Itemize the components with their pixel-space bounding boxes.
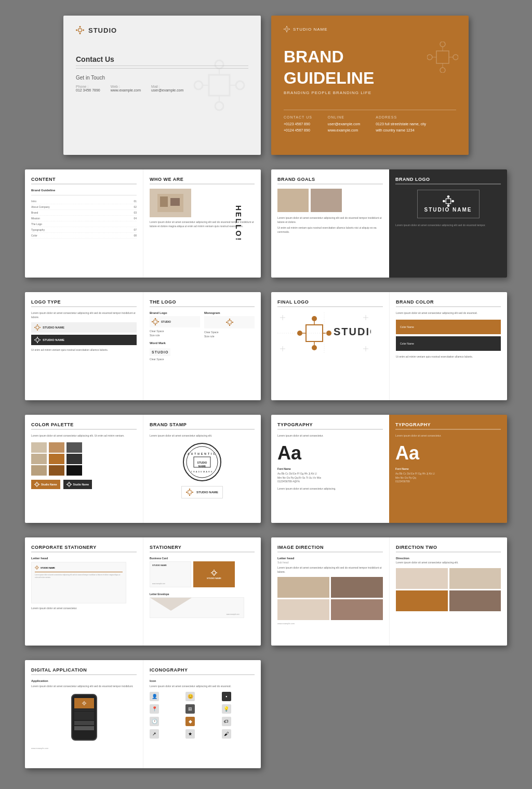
final-logo-guide: STUDIO: [277, 312, 371, 354]
address-section: ADDRESS 0123 full street/state name, cit…: [376, 115, 426, 133]
svg-point-21: [284, 29, 285, 30]
direction-label: Direction: [396, 557, 501, 560]
palette-logo-text-dark: Studio Name: [73, 483, 89, 486]
svg-point-104: [186, 491, 188, 493]
svg-point-55: [155, 318, 156, 320]
svg-point-58: [157, 321, 159, 323]
goals-photos: [277, 189, 383, 214]
svg-rect-44: [36, 326, 38, 328]
final-logo-page: FINAL LOGO: [271, 292, 389, 400]
svg-rect-84: [36, 483, 38, 485]
svg-point-62: [226, 322, 228, 323]
toc-row: Brand03: [31, 210, 137, 216]
logo-type-desc: Ut enim ad minim veniam quis nostrud exe…: [31, 348, 137, 352]
img-cell-2: [331, 577, 383, 598]
word-mark-row: Word Mark STUDIO Clear Space: [150, 341, 255, 362]
direction-img-grid: [396, 568, 501, 611]
biz-card-brown-text: STUDIO NAME: [207, 577, 221, 580]
monogram-preview: [204, 316, 255, 328]
main-container: STUDIO Contact Us Get in Touch: [16, 16, 516, 768]
svg-rect-18: [286, 28, 288, 30]
svg-point-109: [35, 567, 35, 568]
color-swatch-dark-label: Color Name: [400, 342, 414, 345]
phone-content-3: [74, 726, 94, 730]
svg-point-91: [69, 486, 70, 487]
row-6: DIGITAL APPLICATION Application Lorem ip…: [16, 660, 516, 768]
icon-brush: 🖌: [222, 729, 231, 739]
the-logo-title: THE LOGO: [150, 299, 255, 307]
cover-right-spread: STUDIO NAME BRAND GUIDELINE BRANDING PE: [271, 16, 469, 155]
dir-img-2: [449, 568, 501, 589]
svg-point-92: [66, 484, 68, 485]
monogram-col-title: Monogram: [204, 311, 255, 314]
biz-card-info: www.example.com: [152, 583, 189, 585]
final-logo-area: STUDIO: [277, 312, 383, 356]
svg-point-85: [36, 482, 37, 483]
typography-sample-area: Aa: [277, 442, 383, 464]
dir-img-1: [396, 568, 448, 589]
corp-stationery-body: Lorem ipsum dolor sit amet consectetur.: [31, 607, 137, 611]
icon-diamond: ◆: [185, 717, 195, 726]
svg-text:AUTHENTIC: AUTHENTIC: [188, 452, 217, 455]
digital-title: DIGITAL APPLICATION: [31, 667, 137, 675]
contact-data: +0123 4567 890+0124 4567 890: [284, 121, 312, 133]
color-palette-page: COLOR PALETTE Lorem ipsum dolor sit amet…: [25, 415, 143, 523]
brand-stamp-body: Lorem ipsum dolor sit amet consectetur a…: [150, 434, 255, 438]
contact-label: CONTACT US: [284, 115, 312, 119]
palette-logo-text-light: Studio Name: [41, 483, 57, 486]
monogram-desc: Clear SpaceSize rule: [204, 331, 255, 338]
lh-logo-icon: [35, 566, 39, 570]
row6-spacer: [271, 660, 507, 768]
brand-logo-preview: STUDIO: [150, 316, 200, 327]
contact-section: CONTACT US +0123 4567 890+0124 4567 890: [284, 115, 312, 133]
font-name-label: Font Name: [277, 467, 383, 471]
swatch-4: [49, 442, 64, 453]
brand-color-desc: Ut enim ad minim veniam quis nostrud exe…: [396, 355, 501, 359]
word-mark-title: Word Mark: [150, 341, 255, 345]
app-body: Lorem ipsum dolor sit amet consectetur a…: [31, 685, 137, 689]
corp-stationery-title: CORPORATE STATIONERY: [31, 545, 137, 553]
svg-point-112: [214, 570, 215, 571]
svg-point-119: [82, 703, 83, 703]
color-swatch-brown-label: Color Name: [400, 325, 414, 328]
svg-rect-23: [436, 51, 449, 63]
letter-envelope-preview: www.example.com: [150, 597, 244, 618]
app-url: www.example.com: [31, 747, 137, 749]
svg-point-75: [312, 316, 317, 321]
svg-rect-33: [160, 196, 168, 207]
brand-logo-preview-icon: [152, 318, 159, 325]
typo-sample-big: Aa: [277, 442, 301, 464]
svg-rect-74: [306, 325, 323, 341]
goals-photo-1: [277, 189, 309, 212]
dir-img-3: [396, 590, 448, 611]
mail-col: Mail : user@example.com: [151, 85, 183, 92]
biz-card-icon: [211, 570, 217, 576]
phone-divider: [74, 709, 94, 711]
mail-label: Mail :: [151, 85, 183, 88]
monogram-col: Monogram Clear SpaceSize rule: [204, 311, 255, 338]
svg-rect-59: [228, 321, 231, 324]
brand-goals-title: BRAND GOALS: [277, 177, 383, 185]
brand-color-page: BRAND COLOR Lorem ipsum dolor sit amet c…: [389, 292, 507, 400]
img-dir-letter-head: Letter head: [277, 557, 383, 560]
img-cell-1: [277, 577, 329, 598]
toc-row: The Logo: [31, 221, 137, 227]
palette-logo-dark: Studio Name: [63, 480, 92, 489]
svg-point-105: [192, 491, 193, 493]
stamp-logo-icon: [186, 489, 193, 496]
lh-divider: [35, 572, 123, 572]
icon-bulb: 💡: [222, 704, 231, 714]
svg-rect-101: [188, 490, 191, 493]
svg-point-110: [38, 567, 39, 568]
row-covers: STUDIO Contact Us Get in Touch: [16, 16, 516, 155]
img-grid: [277, 577, 383, 620]
svg-point-4: [83, 30, 84, 31]
svg-point-108: [36, 569, 37, 570]
brand-stamp-title: BRAND STAMP: [150, 422, 255, 430]
biz-card-label: Business Card: [150, 557, 255, 560]
img-cell-3: [277, 599, 329, 620]
swatch-9: [66, 465, 82, 476]
biz-card-brown: STUDIO NAME: [193, 561, 235, 587]
stationery-title: STATIONERY: [150, 545, 255, 553]
img-dir-sub-label: Sub head: [277, 561, 383, 564]
